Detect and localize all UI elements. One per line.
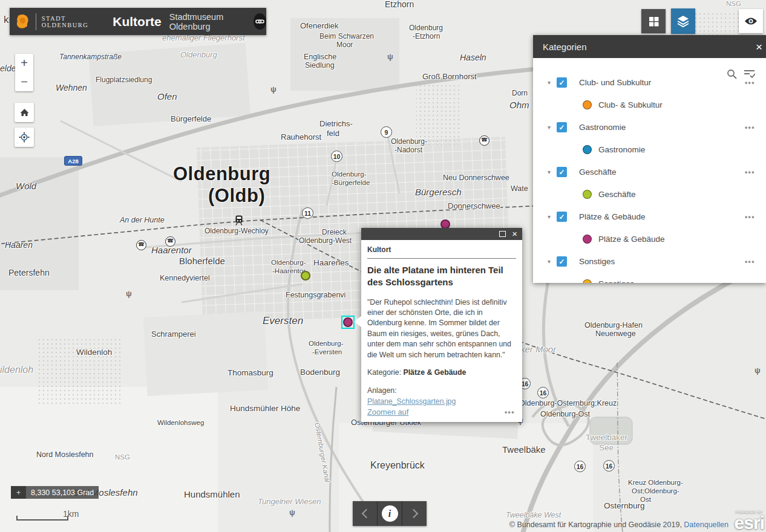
category-checkbox[interactable]: ✓ [557,256,567,267]
category-checkbox[interactable]: ✓ [557,212,567,222]
locate-button[interactable] [15,128,34,147]
map-label: feld [327,129,339,138]
category-options-icon[interactable]: ••• [745,213,755,221]
map-label: Bloherfelde [179,256,225,266]
chevron-down-icon[interactable]: ▾ [548,169,557,175]
zoom-control: + − [15,54,33,91]
map-label: Nord Moslesfehn [36,451,94,459]
antenna-icon: ψ [270,85,277,94]
legend-symbol [583,100,592,109]
feature-popup: × Kultort Die alte Platane im hinteren T… [361,228,522,422]
legend-label: Geschäfte [598,190,636,199]
next-feature-button[interactable] [402,501,427,526]
popup-more-icon[interactable]: ••• [505,408,515,417]
chevron-down-icon[interactable]: ▾ [548,79,557,86]
popup-maximize-icon[interactable] [499,231,506,237]
share-link-button[interactable] [254,13,266,30]
zoom-to-link[interactable]: Zoomen auf [367,407,408,417]
search-icon[interactable] [727,69,737,79]
zoom-out-button[interactable]: − [15,73,33,91]
attachments-label: Anlagen: [367,386,397,395]
map-label: Flugplatzsiedlung [96,76,152,84]
info-icon: i [382,505,398,522]
category-options-icon[interactable]: ••• [745,258,755,266]
popup-footer: Zoomen auf ••• [367,407,515,417]
category-row: ▾✓Geschäfte••• [533,161,766,183]
map-label: An der Hunte [120,216,165,224]
home-button[interactable] [15,103,34,122]
map-label: Oldenburg- [391,138,427,146]
popup-category-label: Kategorie: [367,368,403,377]
map-label: Bürgeresch [415,187,462,197]
selected-feature-highlight[interactable] [341,316,355,329]
chevron-down-icon[interactable]: ▾ [548,124,557,131]
visibility-button[interactable] [739,9,763,33]
category-label: Sonstiges [579,257,615,266]
map-label: Haarenes [313,259,349,267]
antenna-icon: ψ [126,289,132,298]
coordinate-crosshair-icon[interactable]: + [11,486,26,499]
attribution-datasources-link[interactable]: Datenquellen [684,521,728,529]
map-label: Festungsgrabenvi [286,291,345,299]
phone-icon: ☎ [136,240,146,250]
map-label: -Etzhorn [413,33,440,41]
legend-label: Sonstiges [598,279,634,283]
map-label: NSG [115,453,130,461]
app-subtitle: Stadtmuseum Oldenburg [169,12,246,31]
app-title: Kultorte [113,15,162,29]
map-label: Rauhehorst [281,133,321,141]
legend-symbol [583,235,592,244]
panel-body: ▾✓Club- und Subkultur•••Club- & Subkultu… [533,58,766,283]
road-shield: A28 [64,156,82,166]
category-options-icon[interactable]: ••• [745,168,755,177]
category-checkbox[interactable]: ✓ [557,122,567,132]
map-label: Oldenburg-West [299,237,352,245]
previous-feature-button[interactable] [353,501,377,526]
toggle-all-layers-icon[interactable] [744,69,755,79]
map-label: Dietrichs- [319,120,353,128]
map-label: elde [0,64,16,73]
map-label: Ohm [509,100,529,110]
category-options-icon[interactable]: ••• [745,79,755,87]
map-label: Tweelbäke [502,445,546,455]
chevron-down-icon[interactable]: ▾ [548,258,557,265]
feature-marker[interactable] [343,317,353,327]
map-label: Haarentor [151,245,192,255]
feature-marker[interactable] [301,271,310,281]
map-label: Thomasburg [228,369,273,377]
layer-list-button[interactable] [671,8,695,34]
map-label: Beim Schwarzen [319,33,374,41]
panel-close-icon[interactable]: × [756,41,762,53]
category-row: ▾✓Plätze & Gebäude••• [533,206,766,228]
map-label: Wildenlohsweg [157,419,204,426]
popup-category-value: Plätze & Gebäude [403,368,466,377]
road-shield: 9 [381,126,392,138]
map-label: Wehnen [56,83,87,92]
map-label: Oldenburg-Ost [540,410,590,418]
popup-description: "Der Ruhepol schlechthin! Dies ist defin… [367,297,516,361]
popup-close-icon[interactable]: × [512,229,517,238]
map-label: -Nadorst [394,146,422,154]
category-options-icon[interactable]: ••• [745,123,755,132]
coordinate-readout: 8,330 53,103 Grad [26,486,99,499]
attachment-link[interactable]: Platane_Schlossgarten.jpg [367,397,456,406]
map-label: Bürgerfelde [171,115,211,123]
map-label: Oldenburg [180,51,217,59]
org-name: STADT OLDENBURG [42,15,99,28]
map-label: Ofenerdiek [300,22,339,30]
antenna-icon: ψ [755,366,761,375]
zoom-in-button[interactable]: + [15,54,33,73]
basemap-gallery-button[interactable] [641,9,666,33]
map-label: Tweelbäke West [506,511,561,519]
map-label: Osternburg [604,502,645,510]
map-label: ildenloh [0,365,33,375]
chevron-down-icon[interactable]: ▾ [548,213,557,220]
map-label: Etzhorn [385,0,414,9]
category-checkbox[interactable]: ✓ [557,77,567,88]
antenna-icon: ψ [387,52,393,61]
info-button[interactable]: i [377,501,402,526]
map-label: Haaren [5,241,33,250]
road-shield: 16 [574,461,586,472]
map-label: Tweelbäker [586,433,627,442]
category-checkbox[interactable]: ✓ [557,167,567,177]
